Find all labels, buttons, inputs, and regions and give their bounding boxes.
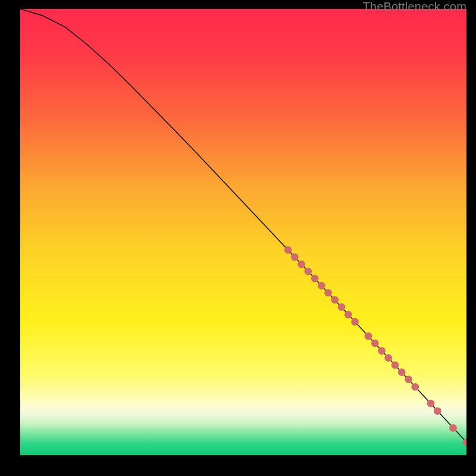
plot-area	[20, 9, 466, 455]
data-point	[463, 439, 466, 446]
data-point	[324, 289, 332, 297]
data-point	[351, 318, 359, 325]
highlight-dots	[284, 246, 466, 446]
data-point	[365, 332, 372, 340]
data-point	[311, 275, 319, 283]
data-point	[378, 347, 386, 355]
data-point	[338, 303, 346, 311]
data-point	[304, 268, 312, 275]
data-point	[405, 375, 412, 383]
data-point	[384, 354, 392, 362]
data-point	[434, 407, 441, 415]
data-point	[371, 339, 379, 347]
data-point	[398, 368, 406, 376]
data-point	[298, 261, 305, 268]
data-point	[331, 296, 339, 304]
data-point	[427, 400, 435, 408]
data-point	[392, 361, 399, 369]
data-point	[345, 311, 352, 318]
data-point	[318, 282, 325, 290]
data-point	[291, 253, 299, 261]
curve-layer	[20, 9, 466, 455]
data-point	[284, 246, 292, 254]
data-point	[411, 383, 419, 391]
watermark-text: TheBottleneck.com	[362, 0, 466, 14]
chart-frame: TheBottleneck.com	[0, 0, 476, 476]
data-curve	[20, 9, 466, 442]
data-point	[449, 424, 457, 432]
